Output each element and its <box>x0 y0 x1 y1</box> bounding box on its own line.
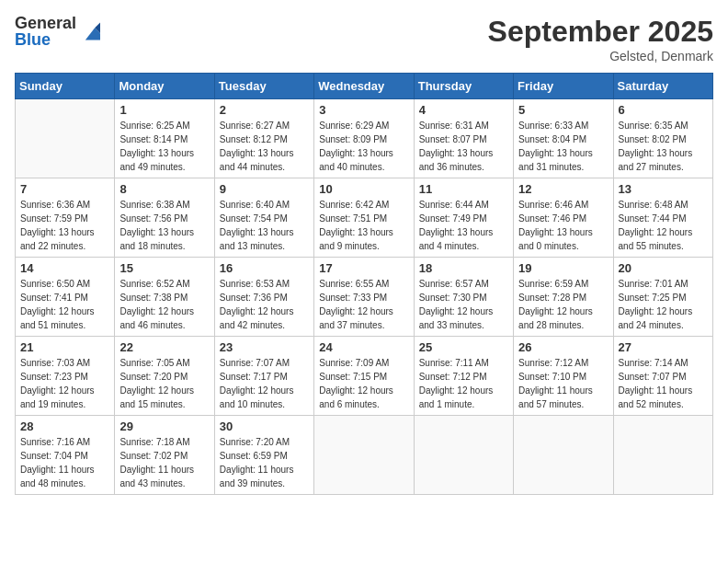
day-number: 28 <box>20 419 109 433</box>
day-number: 24 <box>319 340 408 354</box>
cell-info: Sunrise: 7:12 AMSunset: 7:10 PMDaylight:… <box>518 356 608 411</box>
cell-info: Sunrise: 7:18 AMSunset: 7:02 PMDaylight:… <box>119 435 209 490</box>
calendar-cell: 25Sunrise: 7:11 AMSunset: 7:12 PMDayligh… <box>414 337 513 416</box>
calendar-cell: 26Sunrise: 7:12 AMSunset: 7:10 PMDayligh… <box>514 337 613 416</box>
calendar-cell: 11Sunrise: 6:44 AMSunset: 7:49 PMDayligh… <box>414 178 513 258</box>
logo: General Blue <box>15 15 100 48</box>
cell-info: Sunrise: 7:07 AMSunset: 7:17 PMDaylight:… <box>220 356 309 411</box>
calendar-cell: 28Sunrise: 7:16 AMSunset: 7:04 PMDayligh… <box>16 416 115 495</box>
cell-info: Sunrise: 7:03 AMSunset: 7:23 PMDaylight:… <box>20 356 109 411</box>
day-number: 25 <box>419 340 508 354</box>
calendar-cell: 16Sunrise: 6:53 AMSunset: 7:36 PMDayligh… <box>214 258 313 337</box>
day-number: 10 <box>319 182 408 196</box>
calendar-cell: 14Sunrise: 6:50 AMSunset: 7:41 PMDayligh… <box>16 258 115 337</box>
logo-blue: Blue <box>15 31 76 48</box>
day-number: 6 <box>619 103 708 117</box>
day-number: 9 <box>220 182 309 196</box>
day-number: 12 <box>518 182 608 196</box>
day-number: 20 <box>619 261 708 275</box>
calendar-cell: 10Sunrise: 6:42 AMSunset: 7:51 PMDayligh… <box>314 178 414 258</box>
calendar-cell: 21Sunrise: 7:03 AMSunset: 7:23 PMDayligh… <box>16 337 115 416</box>
day-number: 21 <box>20 340 109 354</box>
calendar-cell: 30Sunrise: 7:20 AMSunset: 6:59 PMDayligh… <box>214 416 313 495</box>
calendar-cell <box>613 416 712 495</box>
day-number: 29 <box>119 419 209 433</box>
cell-info: Sunrise: 6:53 AMSunset: 7:36 PMDaylight:… <box>220 277 309 332</box>
calendar-cell: 3Sunrise: 6:29 AMSunset: 8:09 PMDaylight… <box>314 99 414 178</box>
day-number: 26 <box>518 340 608 354</box>
calendar-cell: 13Sunrise: 6:48 AMSunset: 7:44 PMDayligh… <box>613 178 712 258</box>
cell-info: Sunrise: 7:11 AMSunset: 7:12 PMDaylight:… <box>419 356 508 411</box>
calendar-cell: 7Sunrise: 6:36 AMSunset: 7:59 PMDaylight… <box>16 178 115 258</box>
calendar-cell: 4Sunrise: 6:31 AMSunset: 8:07 PMDaylight… <box>414 99 513 178</box>
cell-info: Sunrise: 6:40 AMSunset: 7:54 PMDaylight:… <box>220 198 309 253</box>
day-number: 11 <box>419 182 508 196</box>
calendar-cell: 29Sunrise: 7:18 AMSunset: 7:02 PMDayligh… <box>115 416 214 495</box>
calendar-cell <box>16 99 115 178</box>
calendar-week-5: 28Sunrise: 7:16 AMSunset: 7:04 PMDayligh… <box>16 416 713 495</box>
cell-info: Sunrise: 7:09 AMSunset: 7:15 PMDaylight:… <box>319 356 408 411</box>
location: Gelsted, Denmark <box>488 49 713 63</box>
day-number: 2 <box>220 103 309 117</box>
cell-info: Sunrise: 6:35 AMSunset: 8:02 PMDaylight:… <box>619 119 708 174</box>
day-header-saturday: Saturday <box>613 74 712 99</box>
calendar-cell <box>314 416 414 495</box>
calendar-cell: 23Sunrise: 7:07 AMSunset: 7:17 PMDayligh… <box>214 337 313 416</box>
calendar-cell: 17Sunrise: 6:55 AMSunset: 7:33 PMDayligh… <box>314 258 414 337</box>
calendar-cell: 15Sunrise: 6:52 AMSunset: 7:38 PMDayligh… <box>115 258 214 337</box>
day-header-wednesday: Wednesday <box>314 74 414 99</box>
day-number: 19 <box>518 261 608 275</box>
cell-info: Sunrise: 6:42 AMSunset: 7:51 PMDaylight:… <box>319 198 408 253</box>
day-number: 15 <box>119 261 209 275</box>
logo-icon <box>80 21 100 41</box>
day-number: 30 <box>220 419 309 433</box>
cell-info: Sunrise: 6:38 AMSunset: 7:56 PMDaylight:… <box>119 198 209 253</box>
calendar-cell: 24Sunrise: 7:09 AMSunset: 7:15 PMDayligh… <box>314 337 414 416</box>
cell-info: Sunrise: 7:16 AMSunset: 7:04 PMDaylight:… <box>20 435 109 490</box>
cell-info: Sunrise: 6:44 AMSunset: 7:49 PMDaylight:… <box>419 198 508 253</box>
cell-info: Sunrise: 6:59 AMSunset: 7:28 PMDaylight:… <box>518 277 608 332</box>
cell-info: Sunrise: 7:20 AMSunset: 6:59 PMDaylight:… <box>220 435 309 490</box>
calendar-cell: 27Sunrise: 7:14 AMSunset: 7:07 PMDayligh… <box>613 337 712 416</box>
cell-info: Sunrise: 6:50 AMSunset: 7:41 PMDaylight:… <box>20 277 109 332</box>
calendar-cell: 2Sunrise: 6:27 AMSunset: 8:12 PMDaylight… <box>214 99 313 178</box>
day-number: 17 <box>319 261 408 275</box>
calendar-cell: 8Sunrise: 6:38 AMSunset: 7:56 PMDaylight… <box>115 178 214 258</box>
day-number: 7 <box>20 182 109 196</box>
day-header-thursday: Thursday <box>414 74 513 99</box>
page-header: General Blue September 2025 Gelsted, Den… <box>15 15 713 63</box>
month-title: September 2025 <box>488 15 713 49</box>
cell-info: Sunrise: 7:14 AMSunset: 7:07 PMDaylight:… <box>619 356 708 411</box>
cell-info: Sunrise: 7:05 AMSunset: 7:20 PMDaylight:… <box>119 356 209 411</box>
title-area: September 2025 Gelsted, Denmark <box>488 15 713 63</box>
calendar-week-4: 21Sunrise: 7:03 AMSunset: 7:23 PMDayligh… <box>16 337 713 416</box>
cell-info: Sunrise: 6:46 AMSunset: 7:46 PMDaylight:… <box>518 198 608 253</box>
day-number: 4 <box>419 103 508 117</box>
cell-info: Sunrise: 6:33 AMSunset: 8:04 PMDaylight:… <box>518 119 608 174</box>
day-header-sunday: Sunday <box>16 74 115 99</box>
calendar-cell: 12Sunrise: 6:46 AMSunset: 7:46 PMDayligh… <box>514 178 613 258</box>
calendar-cell: 5Sunrise: 6:33 AMSunset: 8:04 PMDaylight… <box>514 99 613 178</box>
cell-info: Sunrise: 6:36 AMSunset: 7:59 PMDaylight:… <box>20 198 109 253</box>
calendar-week-1: 1Sunrise: 6:25 AMSunset: 8:14 PMDaylight… <box>16 99 713 178</box>
calendar-cell: 18Sunrise: 6:57 AMSunset: 7:30 PMDayligh… <box>414 258 513 337</box>
cell-info: Sunrise: 6:55 AMSunset: 7:33 PMDaylight:… <box>319 277 408 332</box>
day-header-friday: Friday <box>514 74 613 99</box>
day-number: 13 <box>619 182 708 196</box>
cell-info: Sunrise: 7:01 AMSunset: 7:25 PMDaylight:… <box>619 277 708 332</box>
cell-info: Sunrise: 6:27 AMSunset: 8:12 PMDaylight:… <box>220 119 309 174</box>
logo-general: General <box>15 15 76 31</box>
cell-info: Sunrise: 6:31 AMSunset: 8:07 PMDaylight:… <box>419 119 508 174</box>
calendar-cell: 9Sunrise: 6:40 AMSunset: 7:54 PMDaylight… <box>214 178 313 258</box>
day-number: 27 <box>619 340 708 354</box>
calendar-week-3: 14Sunrise: 6:50 AMSunset: 7:41 PMDayligh… <box>16 258 713 337</box>
calendar-cell: 6Sunrise: 6:35 AMSunset: 8:02 PMDaylight… <box>613 99 712 178</box>
calendar-header-row: SundayMondayTuesdayWednesdayThursdayFrid… <box>16 74 713 99</box>
calendar-cell: 19Sunrise: 6:59 AMSunset: 7:28 PMDayligh… <box>514 258 613 337</box>
day-number: 23 <box>220 340 309 354</box>
calendar-cell <box>414 416 513 495</box>
day-header-tuesday: Tuesday <box>214 74 313 99</box>
cell-info: Sunrise: 6:52 AMSunset: 7:38 PMDaylight:… <box>119 277 209 332</box>
day-number: 3 <box>319 103 408 117</box>
day-number: 8 <box>119 182 209 196</box>
